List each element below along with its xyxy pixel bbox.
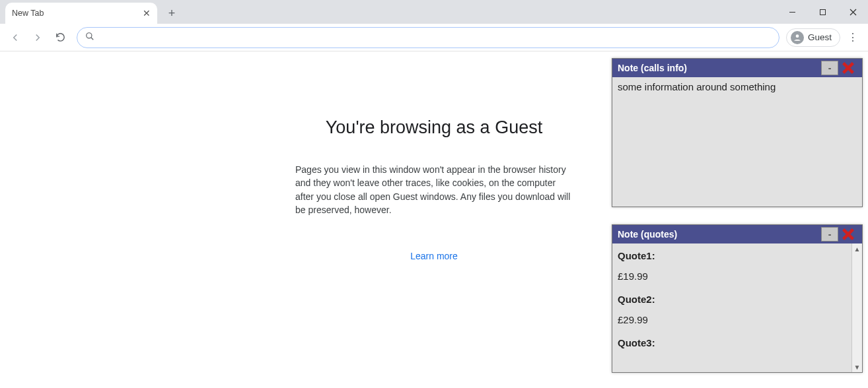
window-close-button[interactable] xyxy=(838,2,868,22)
window-maximize-button[interactable] xyxy=(807,2,838,22)
svg-point-6 xyxy=(796,34,799,38)
reload-button[interactable] xyxy=(50,28,70,48)
guest-heading: You're browsing as a Guest xyxy=(295,117,573,138)
svg-line-5 xyxy=(91,38,94,40)
quote-label: Quote2: xyxy=(618,294,850,305)
toolbar: Guest ⋮ xyxy=(0,24,868,51)
note-header-calls[interactable]: Note (calls info) - xyxy=(612,59,862,77)
svg-point-4 xyxy=(87,33,92,38)
scroll-down-icon[interactable]: ▼ xyxy=(852,362,862,372)
window-controls xyxy=(777,0,868,24)
menu-button[interactable]: ⋮ xyxy=(843,28,863,48)
scroll-up-icon[interactable]: ▲ xyxy=(852,243,862,254)
profile-label: Guest xyxy=(808,32,832,42)
note-title: Note (quotes) xyxy=(618,229,677,240)
tab-close-icon[interactable]: ✕ xyxy=(143,8,151,18)
quote-label: Quote1: xyxy=(618,250,850,261)
note-panel-calls[interactable]: Note (calls info) - some information aro… xyxy=(612,58,863,207)
note-minimize-button[interactable]: - xyxy=(821,61,838,75)
omnibox-input[interactable] xyxy=(101,32,771,43)
note-body-quotes[interactable]: Quote1: £19.99 Quote2: £29.99 Quote3: xyxy=(612,243,862,372)
browser-tab[interactable]: New Tab ✕ xyxy=(5,3,157,24)
scrollbar[interactable]: ▲ ▼ xyxy=(851,243,862,372)
scroll-track[interactable] xyxy=(852,254,862,362)
guest-body: Pages you view in this window won't appe… xyxy=(295,163,573,216)
profile-button[interactable]: Guest xyxy=(786,28,840,47)
back-button[interactable] xyxy=(5,28,25,48)
note-close-button[interactable] xyxy=(840,59,857,77)
quote-label: Quote3: xyxy=(618,337,850,348)
titlebar: New Tab ✕ + xyxy=(0,0,868,24)
note-minimize-button[interactable]: - xyxy=(821,227,838,242)
new-tab-button[interactable]: + xyxy=(163,4,181,22)
note-calls-text: some information around something xyxy=(618,81,776,92)
tab-title: New Tab xyxy=(12,9,44,18)
note-close-button[interactable] xyxy=(840,226,857,243)
svg-rect-1 xyxy=(820,9,825,15)
learn-more-link[interactable]: Learn more xyxy=(295,251,573,261)
note-title: Note (calls info) xyxy=(618,63,687,73)
window-minimize-button[interactable] xyxy=(777,2,807,22)
note-panel-quotes[interactable]: Note (quotes) - Quote1: £19.99 Quote2: £… xyxy=(612,224,863,373)
guest-message: You're browsing as a Guest Pages you vie… xyxy=(295,117,573,261)
note-body-calls[interactable]: some information around something xyxy=(612,77,862,207)
note-header-quotes[interactable]: Note (quotes) - xyxy=(612,225,862,243)
quote-value: £29.99 xyxy=(618,314,850,325)
forward-button[interactable] xyxy=(28,28,48,48)
quote-value: £19.99 xyxy=(618,271,850,282)
avatar-icon xyxy=(791,31,804,44)
search-icon xyxy=(85,32,94,43)
omnibox[interactable] xyxy=(77,27,779,48)
